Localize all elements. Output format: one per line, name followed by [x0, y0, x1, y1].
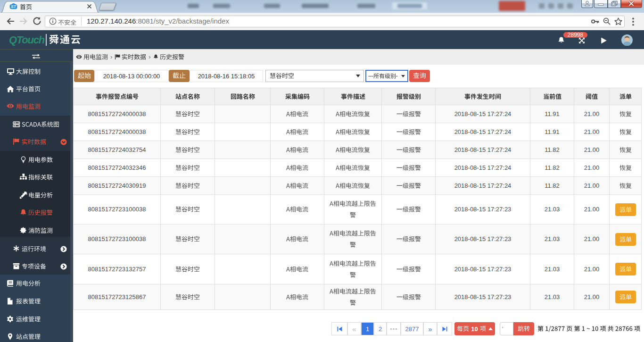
svg-text:ST: ST: [11, 4, 17, 9]
